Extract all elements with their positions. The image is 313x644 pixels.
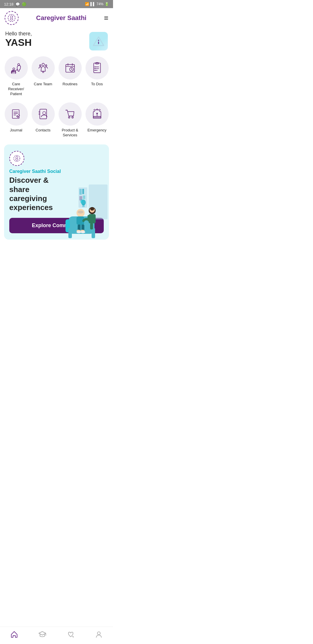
care-receiver-icon-circle (5, 56, 28, 79)
contacts-label: Contacts (36, 128, 50, 133)
svg-rect-5 (98, 41, 99, 44)
svg-point-45 (16, 156, 18, 159)
care-receiver-item[interactable]: Care Receiver/ Patient (4, 56, 28, 97)
todos-label: To Dos (91, 82, 103, 87)
app-title: Caregiver Saathi (36, 14, 87, 22)
journal-item[interactable]: Journal (4, 102, 28, 138)
care-team-label: Care Team (34, 82, 52, 87)
svg-point-65 (78, 211, 83, 214)
greeting-section: Hello there, YASH (0, 28, 113, 52)
greeting-text: Hello there, (5, 31, 32, 37)
emergency-item[interactable]: Emergency (85, 102, 109, 138)
journal-icon-circle (5, 102, 28, 126)
svg-point-35 (68, 117, 70, 118)
battery: 74% (97, 2, 103, 6)
status-bar: 12:18 💬 🟢 📶 ▌▌ 74% 🔋 (0, 0, 113, 8)
svg-point-41 (97, 113, 97, 114)
app-logo (5, 11, 19, 25)
emergency-label: Emergency (88, 128, 107, 133)
svg-point-13 (45, 65, 47, 66)
svg-marker-3 (93, 37, 104, 46)
care-team-icon-circle (32, 56, 55, 79)
todos-item[interactable]: To Dos (85, 56, 109, 97)
svg-rect-57 (92, 228, 95, 238)
svg-point-6 (18, 64, 20, 66)
svg-point-4 (98, 40, 99, 41)
banner-illustration (60, 144, 109, 240)
info-badge[interactable] (89, 32, 108, 50)
routines-icon-circle (59, 56, 82, 79)
svg-rect-61 (77, 217, 79, 224)
svg-rect-70 (90, 223, 93, 229)
menu-button[interactable]: ≡ (104, 14, 108, 23)
wifi-icon: 📶 (85, 2, 89, 6)
routines-item[interactable]: Routines (58, 56, 82, 97)
svg-rect-21 (94, 63, 100, 73)
svg-point-76 (81, 231, 85, 233)
svg-rect-69 (93, 215, 96, 221)
journal-label: Journal (10, 128, 22, 133)
svg-point-7 (13, 68, 15, 70)
routines-label: Routines (63, 82, 77, 87)
products-icon-circle (59, 102, 82, 126)
message-icon: 💬 (15, 2, 20, 6)
svg-rect-22 (96, 63, 99, 64)
svg-line-38 (94, 109, 94, 110)
battery-icon: 🔋 (105, 2, 109, 6)
svg-rect-51 (83, 196, 85, 199)
svg-line-39 (99, 109, 100, 110)
todos-icon-circle (85, 56, 109, 79)
svg-point-2 (12, 16, 13, 17)
svg-point-36 (72, 117, 73, 118)
banner-logo (9, 151, 24, 166)
feature-grid-1: Care Receiver/ Patient Care Team (0, 52, 113, 98)
time: 12:18 (4, 2, 14, 6)
svg-rect-58 (68, 228, 72, 238)
svg-point-54 (80, 199, 83, 203)
emergency-icon-circle (85, 102, 109, 126)
svg-point-11 (42, 63, 44, 66)
svg-point-75 (77, 231, 81, 233)
svg-rect-63 (78, 225, 81, 230)
care-receiver-label: Care Receiver/ Patient (4, 82, 28, 97)
svg-line-30 (19, 114, 19, 115)
status-left: 12:18 💬 🟢 (4, 2, 26, 6)
svg-point-0 (8, 15, 15, 22)
contacts-item[interactable]: Contacts (31, 102, 55, 138)
svg-point-12 (39, 65, 41, 66)
svg-rect-64 (81, 225, 84, 230)
signal-icon: ▌▌ (90, 2, 95, 6)
svg-point-72 (90, 207, 94, 211)
app-header: Caregiver Saathi ≡ (0, 8, 113, 28)
feature-grid-2: Journal Contacts Product & Serv (0, 98, 113, 140)
status-right: 📶 ▌▌ 74% 🔋 (85, 2, 109, 6)
svg-rect-49 (82, 189, 84, 194)
community-banner: Caregiver Saathi Social Discover & share… (4, 144, 109, 240)
products-label: Product & Services (58, 128, 82, 138)
user-name: YASH (5, 37, 32, 48)
banner-title: Discover & share caregiving experiences (9, 176, 67, 212)
care-team-item[interactable]: Care Team (31, 56, 55, 97)
contacts-icon-circle (32, 102, 55, 126)
whatsapp-icon: 🟢 (22, 2, 26, 6)
svg-rect-48 (79, 189, 82, 195)
products-item[interactable]: Product & Services (58, 102, 82, 138)
